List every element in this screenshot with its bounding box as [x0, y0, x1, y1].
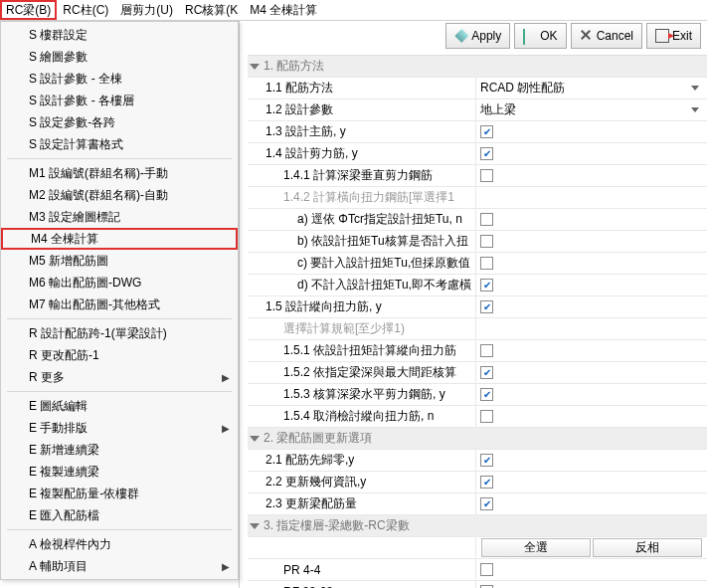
checkbox[interactable]: [480, 147, 493, 160]
menu-item-label: E 複製配筋量-依樓群: [29, 486, 139, 502]
row-label-text: 2.2 更新幾何資訊,y: [248, 474, 366, 490]
menu-2[interactable]: 層剪力(U): [114, 0, 179, 20]
invert-button[interactable]: 反相: [593, 538, 702, 557]
menu-item-label: S 設計參數 - 各樓層: [29, 93, 134, 109]
checkbox[interactable]: [480, 235, 493, 248]
checkbox[interactable]: [480, 366, 493, 379]
row-value: 地上梁: [476, 99, 707, 120]
checkbox[interactable]: [480, 454, 493, 467]
section-header[interactable]: 1. 配筋方法: [248, 56, 707, 77]
grid-row-10: d) 不計入設計扭矩Tu,即不考慮橫: [248, 275, 707, 296]
row-label: a) 逕依 ΦTcr指定設計扭矩Tu, n: [248, 209, 476, 230]
menu-item-7[interactable]: M1 設編號(群組名稱)-手動: [1, 162, 238, 184]
menu-item-8[interactable]: M2 設編號(群組名稱)-自動: [1, 184, 238, 206]
grid-row-20: 2.3 更新梁配筋量: [248, 493, 707, 515]
checkbox[interactable]: [480, 300, 493, 313]
menu-item-label: M6 輸出配筋圖-DWG: [29, 275, 141, 292]
row-value: [476, 296, 707, 317]
row-label: 1.4.2 計算橫向扭力鋼筋[單選擇1: [248, 187, 476, 208]
grid-row-21: 3. 指定樓層-梁總數-RC梁數: [248, 515, 707, 537]
checkbox[interactable]: [480, 279, 493, 292]
row-value: [476, 165, 707, 186]
menu-item-26[interactable]: A 檢視桿件內力: [1, 533, 238, 555]
grid-row-24: RF 23-23: [248, 581, 707, 588]
menu-item-10[interactable]: M4 全棟計算: [1, 228, 238, 250]
submenu-arrow-icon: ▶: [222, 423, 230, 434]
row-label: 1.4.1 計算深梁垂直剪力鋼筋: [248, 165, 476, 186]
row-label-text: a) 逕依 ΦTcr指定設計扭矩Tu, n: [248, 211, 462, 228]
checkbox[interactable]: [480, 410, 493, 423]
menu-item-16[interactable]: R 更改配筋-1: [1, 344, 238, 366]
checkbox[interactable]: [480, 125, 493, 138]
menu-item-12[interactable]: M6 輸出配筋圖-DWG: [1, 272, 238, 294]
dropdown-cell[interactable]: RCAD 韌性配筋: [480, 78, 703, 98]
menu-item-1[interactable]: S 繪圖參數: [1, 46, 238, 68]
checkbox[interactable]: [480, 388, 493, 401]
row-value: [476, 318, 707, 339]
grid-row-2: 1.2 設計參數地上梁: [248, 99, 707, 121]
row-label-text: RF 23-23: [248, 585, 333, 589]
menu-item-24[interactable]: E 匯入配筋檔: [1, 504, 238, 526]
menu-item-15[interactable]: R 設計配筋跨-1(單梁設計): [1, 322, 238, 344]
apply-icon: [454, 29, 468, 43]
menu-item-22[interactable]: E 複製連續梁: [1, 461, 238, 483]
menu-item-20[interactable]: E 手動排版▶: [1, 417, 238, 439]
row-value: [476, 362, 707, 383]
dropdown-cell[interactable]: 地上梁: [480, 99, 703, 120]
select-all-button[interactable]: 全選: [481, 538, 591, 557]
menu-4[interactable]: M4 全棟計算: [244, 0, 323, 20]
menu-item-5[interactable]: S 設定計算書格式: [1, 133, 238, 155]
checkbox[interactable]: [480, 476, 493, 489]
checkbox[interactable]: [480, 169, 493, 182]
menu-0[interactable]: RC梁(B): [0, 0, 57, 20]
row-label: 1.5.2 依指定梁深與最大間距核算: [248, 362, 476, 383]
grid-row-11: 1.5 設計縱向扭力筋, y: [248, 296, 707, 318]
menu-item-label: M3 設定繪圖標記: [29, 209, 120, 226]
menu-item-13[interactable]: M7 輸出配筋圖-其他格式: [1, 294, 238, 315]
ok-button[interactable]: OK: [514, 23, 566, 49]
row-label-text: 1.5.1 依設計扭矩計算縱向扭力筋: [248, 342, 456, 359]
row-label: 1.5 設計縱向扭力筋, y: [248, 296, 476, 317]
menu-item-label: E 圖紙編輯: [29, 398, 88, 415]
row-label-text: 1.5.4 取消檢討縱向扭力筋, n: [248, 408, 434, 425]
row-label-text: c) 要計入設計扭矩Tu,但採原數值: [248, 255, 470, 272]
section-header[interactable]: 3. 指定樓層-梁總數-RC梁數: [248, 515, 707, 536]
grid-row-1: 1.1 配筋方法RCAD 韌性配筋: [248, 78, 707, 99]
menu-item-9[interactable]: M3 設定繪圖標記: [1, 206, 238, 228]
menu-item-0[interactable]: S 樓群設定: [1, 24, 238, 46]
exit-button[interactable]: Exit: [646, 23, 701, 49]
menu-item-21[interactable]: E 新增連續梁: [1, 439, 238, 461]
checkbox[interactable]: [480, 563, 493, 576]
checkbox[interactable]: [480, 213, 493, 226]
row-label-text: 1.4 設計剪力筋, y: [248, 145, 358, 162]
checkbox[interactable]: [480, 497, 493, 510]
menu-item-23[interactable]: E 複製配筋量-依樓群: [1, 483, 238, 504]
menu-item-17[interactable]: R 更多▶: [1, 366, 238, 388]
menu-1[interactable]: RC柱(C): [57, 0, 114, 20]
menu-item-label: M2 設編號(群組名稱)-自動: [29, 187, 168, 204]
menu-item-label: E 新增連續梁: [29, 442, 99, 459]
section-header[interactable]: 2. 梁配筋圖更新選項: [248, 428, 707, 449]
menu-item-2[interactable]: S 設計參數 - 全棟: [1, 68, 238, 90]
menu-item-label: S 設定計算書格式: [29, 136, 123, 153]
menu-item-27[interactable]: A 輔助項目▶: [1, 555, 238, 577]
menu-3[interactable]: RC核算(K: [179, 0, 244, 20]
menu-item-11[interactable]: M5 新增配筋圖: [1, 250, 238, 272]
menu-item-4[interactable]: S 設定參數-各跨: [1, 111, 238, 133]
cancel-button[interactable]: Cancel: [571, 23, 642, 49]
apply-button[interactable]: Apply: [445, 23, 510, 49]
checkbox[interactable]: [480, 257, 493, 270]
chevron-down-icon: [691, 86, 699, 91]
menu-item-3[interactable]: S 設計參數 - 各樓層: [1, 90, 238, 111]
row-value: [476, 581, 707, 588]
grid-row-5: 1.4.1 計算深梁垂直剪力鋼筋: [248, 165, 707, 187]
row-label: 1.3 設計主筋, y: [248, 121, 476, 142]
row-value: [476, 121, 707, 142]
grid-row-0: 1. 配筋方法: [248, 56, 707, 78]
property-grid[interactable]: 1. 配筋方法1.1 配筋方法RCAD 韌性配筋1.2 設計參數地上梁1.3 設…: [248, 55, 707, 588]
menu-item-label: S 樓群設定: [29, 27, 88, 44]
submenu-arrow-icon: ▶: [222, 561, 230, 572]
grid-row-14: 1.5.2 依指定梁深與最大間距核算: [248, 362, 707, 384]
checkbox[interactable]: [480, 344, 493, 357]
menu-item-19[interactable]: E 圖紙編輯: [1, 395, 238, 417]
